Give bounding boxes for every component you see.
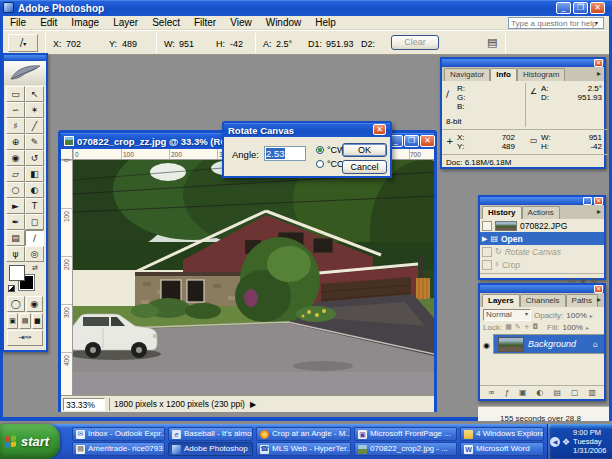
gradient-tool[interactable]: ◧ [25, 166, 44, 182]
slice-tool[interactable]: ╱ [25, 118, 44, 134]
zoom-tool[interactable]: ◎ [25, 246, 44, 262]
menu-layer[interactable]: Layer [106, 16, 145, 29]
photo-canvas[interactable] [73, 160, 434, 395]
taskbar-button-hyperterminal[interactable]: ☎ MLS Web - HyperTer... [256, 442, 351, 456]
history-brush-tool[interactable]: ↺ [25, 150, 44, 166]
shape-tool[interactable]: ◻ [25, 214, 44, 230]
history-source-well[interactable] [482, 260, 492, 270]
info-palette-close-icon[interactable]: ✕ [594, 59, 603, 67]
lock-paint-icon[interactable]: ✎ [515, 323, 521, 332]
clear-button[interactable]: Clear [391, 35, 439, 50]
palette-menu-icon[interactable]: ▸ [597, 69, 601, 78]
history-snapshot-row[interactable]: 070822.JPG [480, 219, 604, 232]
new-layer-icon[interactable]: ▢ [571, 388, 579, 397]
notes-tool[interactable]: ▤ [6, 230, 25, 246]
file-browser-icon[interactable]: ▤ [487, 36, 497, 49]
dialog-close-button[interactable]: ✕ [373, 124, 386, 135]
document-restore-button[interactable]: ❐ [404, 135, 419, 147]
link-layers-icon[interactable]: ∞ [488, 388, 495, 397]
app-titlebar[interactable]: Adobe Photoshop _ ❐ ✕ [0, 0, 612, 16]
jump-to-imageready-button[interactable]: ⇥✑ [7, 330, 43, 346]
lock-all-icon[interactable]: ◘ [533, 323, 539, 332]
help-search-input[interactable] [508, 17, 604, 29]
swap-colors-icon[interactable]: ⇄ [32, 264, 38, 272]
pen-tool[interactable]: ✒ [6, 214, 25, 230]
document-status-text[interactable]: 1800 pixels x 1200 pixels (230 ppi) [114, 399, 245, 409]
tab-actions[interactable]: Actions [522, 206, 560, 219]
menu-filter[interactable]: Filter [187, 16, 223, 29]
blend-mode-select[interactable]: Normal ▾ [483, 309, 531, 321]
menu-view[interactable]: View [223, 16, 259, 29]
background-layer-row[interactable]: ◉ Background ⌂ [480, 334, 604, 354]
tab-info[interactable]: Info [490, 68, 517, 81]
foreground-color-swatch[interactable] [9, 265, 25, 281]
dialog-titlebar[interactable]: Rotate Canvas ✕ [224, 123, 390, 137]
tray-clock[interactable]: 9:00 PM Tuesday 1/31/2006 [573, 428, 606, 455]
layer-mask-icon[interactable]: ▣ [519, 388, 527, 397]
palette-menu-icon[interactable]: ▸ [597, 295, 601, 304]
hand-tool[interactable]: ψ [6, 246, 25, 262]
palette-menu-icon[interactable]: ▸ [597, 207, 601, 216]
tab-layers[interactable]: Layers [482, 294, 520, 307]
history-step-rotate-canvas[interactable]: ↻ Rotate Canvas [480, 245, 604, 258]
layer-set-icon[interactable]: ▤ [553, 388, 561, 397]
cancel-button[interactable]: Cancel [342, 160, 387, 174]
menu-file[interactable]: File [3, 16, 33, 29]
taskbar-button-photoshop[interactable]: Adobe Photoshop [168, 442, 253, 456]
crop-tool[interactable]: ♯ [6, 118, 25, 134]
help-dropdown-icon[interactable]: ▾ [595, 19, 598, 26]
tray-icon[interactable]: ❖ [562, 437, 570, 447]
layer-style-icon[interactable]: ƒ [505, 388, 509, 397]
document-close-button[interactable]: ✕ [420, 135, 435, 147]
tab-navigator[interactable]: Navigator [444, 68, 490, 81]
magic-wand-tool[interactable]: ✶ [25, 102, 44, 118]
menu-help[interactable]: Help [308, 16, 343, 29]
tray-collapse-icon[interactable]: ◀ [550, 437, 560, 447]
opacity-slider-icon[interactable]: ▸ [590, 312, 593, 319]
history-source-well[interactable] [482, 247, 492, 257]
menu-edit[interactable]: Edit [33, 16, 64, 29]
start-button[interactable]: start [0, 424, 60, 459]
layers-palette-titlebar[interactable]: ✕ [480, 285, 604, 293]
status-arrow-icon[interactable]: ▶ [250, 400, 256, 409]
restore-button[interactable]: ❐ [573, 2, 588, 14]
history-step-open[interactable]: ▶ ▤ Open [480, 232, 604, 245]
ok-button[interactable]: OK [342, 143, 387, 157]
tab-histogram[interactable]: Histogram [517, 68, 565, 81]
minimize-button[interactable]: _ [556, 2, 571, 14]
type-tool[interactable]: T [25, 198, 44, 214]
clone-stamp-tool[interactable]: ◉ [6, 150, 25, 166]
history-step-crop[interactable]: ♯ Crop [480, 258, 604, 271]
tab-history[interactable]: History [482, 206, 522, 219]
fill-slider-icon[interactable]: ▸ [586, 324, 589, 331]
lock-position-icon[interactable]: + [524, 323, 530, 332]
quick-mask-mode-button[interactable]: ◉ [26, 296, 44, 312]
layers-palette-close-icon[interactable]: ✕ [594, 285, 603, 293]
history-palette-titlebar[interactable]: _ ✕ [480, 197, 604, 205]
measure-tool-preset-icon[interactable]: ∕▾ [8, 34, 38, 52]
menu-window[interactable]: Window [259, 16, 309, 29]
lock-transparency-icon[interactable]: ▦ [505, 323, 512, 332]
lasso-tool[interactable]: ∽ [6, 102, 25, 118]
taskbar-group-windows-explorer[interactable]: 4 Windows Explorer ▾ [460, 427, 544, 441]
taskbar-button-crop-angle[interactable]: Crop at an Angle - M... [256, 427, 351, 441]
delete-layer-icon[interactable]: ▥ [588, 388, 596, 397]
zoom-field[interactable]: 33.33% [63, 398, 105, 411]
healing-brush-tool[interactable]: ⊕ [6, 134, 25, 150]
move-tool[interactable]: ↖ [25, 86, 44, 102]
history-source-well[interactable] [482, 221, 492, 231]
tab-paths[interactable]: Paths [566, 294, 598, 307]
layer-visibility-well[interactable]: ◉ [480, 334, 494, 354]
taskbar-button-outlook[interactable]: ✉ Inbox - Outlook Expr... [72, 427, 165, 441]
fullscreen-button[interactable]: ■ [32, 313, 43, 329]
standard-screen-button[interactable]: ▣ [7, 313, 18, 329]
info-palette-titlebar[interactable]: ✕ [442, 59, 604, 67]
eraser-tool[interactable]: ▱ [6, 166, 25, 182]
taskbar-button-ameritrade[interactable]: ▤ Ameritrade- rice0793... [72, 442, 165, 456]
history-state-pointer-icon[interactable]: ▶ [482, 235, 487, 243]
rectangular-marquee-tool[interactable]: ▭ [6, 86, 25, 102]
blur-tool[interactable]: ○ [6, 182, 25, 198]
path-selection-tool[interactable]: ► [6, 198, 25, 214]
taskbar-button-image-file[interactable]: 070822_crop2.jpg - ... [354, 442, 457, 456]
tab-channels[interactable]: Channels [520, 294, 566, 307]
